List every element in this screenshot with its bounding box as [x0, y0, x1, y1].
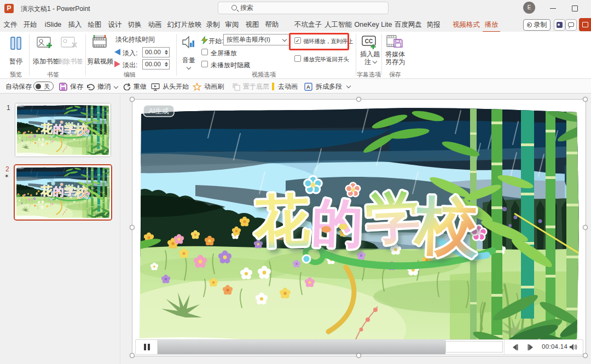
send-to-back-button[interactable]: 置于底层 — [232, 82, 269, 91]
search-placeholder: 搜索 — [240, 3, 253, 13]
autosave-label: 自动保存 — [5, 82, 32, 91]
video-progress-track[interactable] — [158, 340, 504, 354]
video-pause-button[interactable] — [136, 340, 158, 354]
pause-icon — [9, 36, 22, 50]
tab-slideshow[interactable]: 幻灯片放映 — [167, 20, 202, 31]
slide-1-number: 1 — [7, 104, 10, 112]
tab-view[interactable]: 视图 — [246, 20, 259, 31]
handle-top-left[interactable] — [130, 97, 135, 102]
minimize-button[interactable] — [542, 0, 564, 16]
start-label: 开始: — [208, 37, 223, 46]
ribbon: 暂停 预览 添加书签 删除书签 书签 剪裁视频 淡化持续时间 淡入: 00.00… — [0, 32, 591, 79]
split-segments-label: 拆成多段 — [316, 82, 342, 91]
play-from-start-button[interactable]: 从头开始 — [151, 82, 189, 91]
tab-baidu[interactable]: 百度网盘 — [395, 20, 422, 31]
handle-bottom-center[interactable] — [356, 353, 361, 358]
ribbon-group-divider — [356, 34, 356, 76]
remove-animation-button[interactable]: 去动画 — [271, 82, 298, 91]
fade-out-spinner[interactable]: 00.00 — [142, 59, 170, 70]
tab-help[interactable]: 帮助 — [265, 20, 279, 31]
add-bookmark-label[interactable]: 添加书签 — [33, 57, 59, 66]
trim-video-button[interactable] — [92, 34, 108, 51]
tab-playback[interactable]: 播放 — [485, 20, 499, 31]
tab-ai[interactable]: 人工智能 — [325, 20, 352, 31]
slide-1-thumbnail[interactable]: 花 的 学 校 AI生成 — [15, 103, 111, 157]
handle-mid-left[interactable] — [130, 225, 135, 230]
title-char-3: 学 — [364, 185, 422, 249]
video-volume-button[interactable] — [569, 343, 578, 351]
tab-video-format[interactable]: 视频格式 — [453, 20, 480, 31]
remove-bookmark-label: 删除书签 — [57, 57, 83, 66]
volume-button[interactable] — [182, 35, 196, 51]
save-icon — [59, 83, 67, 91]
avatar[interactable]: E — [523, 2, 535, 14]
animation-painter-button[interactable]: 动画刷 — [193, 82, 224, 91]
add-bookmark-button[interactable] — [36, 35, 55, 53]
fade-out-label: 淡出: — [123, 61, 137, 70]
de-accent-yellow — [339, 224, 347, 230]
tab-jianbao[interactable]: 简报 — [427, 20, 441, 31]
start-dropdown[interactable]: 按照单击顺序(I) — [223, 34, 289, 45]
painting: 花 的 学 校 — [15, 165, 111, 219]
tab-record[interactable]: 录制 — [206, 20, 220, 31]
autosave-toggle[interactable]: 关 — [33, 82, 54, 91]
slide-2-thumbnail-image: 花 的 学 校 AI生成 — [15, 165, 111, 219]
group-bookmark-label: 书签 — [47, 71, 59, 79]
comments-button[interactable] — [565, 19, 577, 31]
prev-frame-button[interactable] — [511, 344, 519, 351]
toggle-knob — [36, 84, 41, 89]
tab-bukeng[interactable]: 不坑盒子 — [294, 20, 322, 31]
undo-button[interactable]: 撤消 — [86, 82, 118, 91]
tab-islide[interactable]: iSlide — [45, 20, 62, 31]
handle-top-right[interactable] — [583, 97, 588, 102]
share-button[interactable] — [579, 18, 591, 31]
fullscreen-checkbox[interactable] — [201, 49, 208, 55]
split-segments-button[interactable]: A 拆成多段 — [304, 82, 342, 91]
search-input[interactable]: 搜索 — [218, 2, 389, 14]
tab-file[interactable]: 文件 — [4, 20, 18, 31]
split-segments-icon: A — [304, 83, 313, 91]
trim-video-label[interactable]: 剪裁视频 — [87, 57, 113, 66]
qat-overflow-chevron[interactable] — [346, 84, 351, 88]
remove-bookmark-button[interactable] — [60, 35, 79, 53]
handle-mid-right[interactable] — [583, 225, 588, 230]
redo-button[interactable]: 重做 — [123, 82, 147, 91]
group-save-label: 保存 — [389, 71, 401, 79]
next-frame-button[interactable] — [527, 344, 535, 351]
de-accent-orange — [321, 226, 331, 233]
tab-home[interactable]: 开始 — [24, 20, 37, 31]
painting: 花 的 学 校 — [132, 100, 586, 356]
de-accent-yellow — [59, 129, 60, 130]
fade-out-value: 00.00 — [145, 61, 161, 67]
pause-label: 暂停 — [9, 57, 22, 66]
remove-animation-label: 去动画 — [278, 82, 298, 91]
slide-2-thumbnail[interactable]: 花 的 学 校 AI生成 — [14, 164, 112, 221]
rewind-label: 播放完毕返回开头 — [303, 56, 349, 63]
fade-in-spinner[interactable]: 00.00 — [142, 47, 170, 57]
tab-draw[interactable]: 绘图 — [88, 20, 102, 31]
save-button[interactable]: 保存 — [59, 82, 83, 91]
hide-when-idle-checkbox[interactable] — [201, 61, 208, 67]
title-char-4: 校 — [413, 190, 480, 262]
video-control-right: 00:04.14 — [504, 340, 583, 354]
record-button[interactable]: 录制 — [523, 19, 551, 31]
tab-design[interactable]: 设计 — [108, 20, 122, 31]
tab-review[interactable]: 审阅 — [225, 20, 239, 31]
ribbon-tab-bar: 文件开始iSlide插入绘图设计切换动画幻灯片放映录制审阅视图帮助不坑盒子人工智… — [0, 16, 591, 32]
slide-2-star: ✶ — [4, 173, 9, 179]
tab-insert[interactable]: 插入 — [68, 20, 82, 31]
handle-bottom-right[interactable] — [583, 353, 588, 358]
tab-onekey[interactable]: OneKey Lite — [355, 20, 392, 31]
video-player[interactable]: 花 的 学 校 AI生成 — [132, 100, 586, 356]
maximize-button[interactable] — [564, 0, 586, 16]
teams-button[interactable] — [554, 19, 565, 31]
title-char-3: 学 — [64, 183, 76, 197]
handle-top-center[interactable] — [356, 97, 361, 102]
rewind-checkbox[interactable] — [294, 55, 301, 62]
tab-animations[interactable]: 动画 — [148, 20, 162, 31]
save-media-button[interactable] — [386, 34, 403, 51]
handle-bottom-left[interactable] — [130, 353, 135, 358]
tab-transitions[interactable]: 切换 — [128, 20, 142, 31]
pause-button[interactable] — [9, 36, 22, 52]
redo-label: 重做 — [134, 82, 147, 91]
